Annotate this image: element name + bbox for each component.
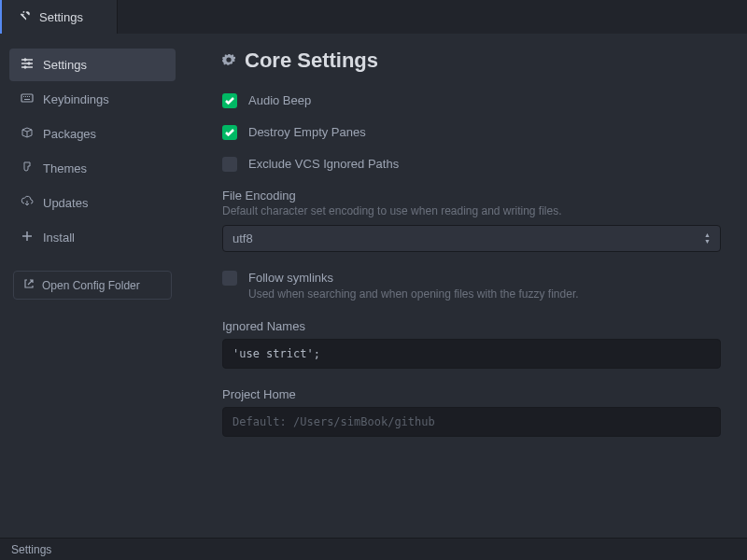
sidebar-item-keybindings[interactable]: Keybindings	[9, 83, 176, 116]
paint-icon	[21, 161, 34, 176]
sidebar: Settings Keybindings Packages Themes	[0, 34, 185, 538]
svg-point-2	[24, 66, 26, 68]
external-link-icon	[23, 278, 35, 292]
section-header: Core Settings	[222, 49, 721, 73]
label-project-home: Project Home	[222, 387, 721, 401]
desc-follow-symlinks: Used when searching and when opening fil…	[248, 287, 579, 301]
sidebar-item-themes[interactable]: Themes	[9, 152, 176, 185]
check-icon	[225, 97, 234, 105]
setting-exclude-vcs: Exclude VCS Ignored Paths	[222, 157, 721, 172]
setting-destroy-empty-panes: Destroy Empty Panes	[222, 125, 721, 140]
setting-ignored-names: Ignored Names	[222, 319, 721, 369]
label-follow-symlinks[interactable]: Follow symlinks	[248, 271, 579, 285]
sidebar-list: Settings Keybindings Packages Themes	[0, 49, 185, 256]
check-icon	[225, 129, 234, 136]
setting-audio-beep: Audio Beep	[222, 93, 721, 108]
open-config-label: Open Config Folder	[42, 279, 140, 292]
plus-icon	[21, 230, 34, 245]
chevron-up-down-icon: ▲▼	[704, 232, 711, 245]
sidebar-item-settings[interactable]: Settings	[9, 49, 176, 81]
sidebar-item-label: Settings	[43, 58, 87, 72]
sidebar-item-updates[interactable]: Updates	[9, 187, 176, 219]
svg-rect-3	[21, 94, 33, 102]
sidebar-item-label: Updates	[43, 196, 88, 210]
package-icon	[21, 126, 34, 142]
label-exclude-vcs[interactable]: Exclude VCS Ignored Paths	[248, 157, 399, 171]
settings-content: Core Settings Audio Beep Destroy Empty P…	[185, 34, 747, 538]
checkbox-exclude-vcs[interactable]	[222, 157, 237, 172]
status-left: Settings	[11, 543, 51, 556]
setting-file-encoding: File Encoding Default character set enco…	[222, 189, 721, 252]
input-ignored-names[interactable]	[222, 339, 721, 369]
wrench-icon	[19, 9, 32, 25]
checkbox-audio-beep[interactable]	[222, 93, 237, 108]
tab-bar: Settings	[0, 0, 747, 34]
svg-point-0	[24, 59, 26, 61]
label-file-encoding: File Encoding	[222, 189, 721, 203]
checkbox-follow-symlinks[interactable]	[222, 271, 237, 286]
core-settings-section: Core Settings Audio Beep Destroy Empty P…	[204, 34, 747, 470]
sidebar-item-label: Themes	[43, 161, 87, 175]
sidebar-item-label: Keybindings	[43, 92, 109, 106]
section-title: Core Settings	[245, 49, 378, 73]
open-config-folder-button[interactable]: Open Config Folder	[13, 271, 172, 300]
sidebar-item-install[interactable]: Install	[9, 221, 176, 254]
setting-project-home: Project Home	[222, 387, 721, 437]
gear-icon	[222, 53, 235, 69]
main-split: Settings Keybindings Packages Themes	[0, 34, 747, 538]
keyboard-icon	[21, 91, 34, 107]
select-file-encoding[interactable]: utf8 ▲▼	[222, 225, 721, 252]
svg-point-1	[28, 63, 30, 64]
checkbox-destroy-empty-panes[interactable]	[222, 125, 237, 140]
tab-settings[interactable]: Settings	[2, 0, 118, 34]
label-ignored-names: Ignored Names	[222, 319, 721, 333]
sidebar-item-label: Install	[43, 231, 75, 245]
sidebar-item-packages[interactable]: Packages	[9, 118, 176, 150]
status-bar: Settings	[0, 538, 747, 560]
input-project-home[interactable]	[222, 407, 721, 437]
tab-label: Settings	[39, 10, 83, 24]
setting-follow-symlinks: Follow symlinks Used when searching and …	[222, 271, 721, 301]
select-value: utf8	[233, 231, 253, 245]
label-audio-beep[interactable]: Audio Beep	[248, 93, 311, 107]
sidebar-item-label: Packages	[43, 127, 96, 141]
cloud-download-icon	[21, 195, 34, 211]
sliders-icon	[21, 57, 34, 73]
desc-file-encoding: Default character set encoding to use wh…	[222, 204, 721, 217]
label-destroy-empty-panes[interactable]: Destroy Empty Panes	[248, 125, 366, 139]
